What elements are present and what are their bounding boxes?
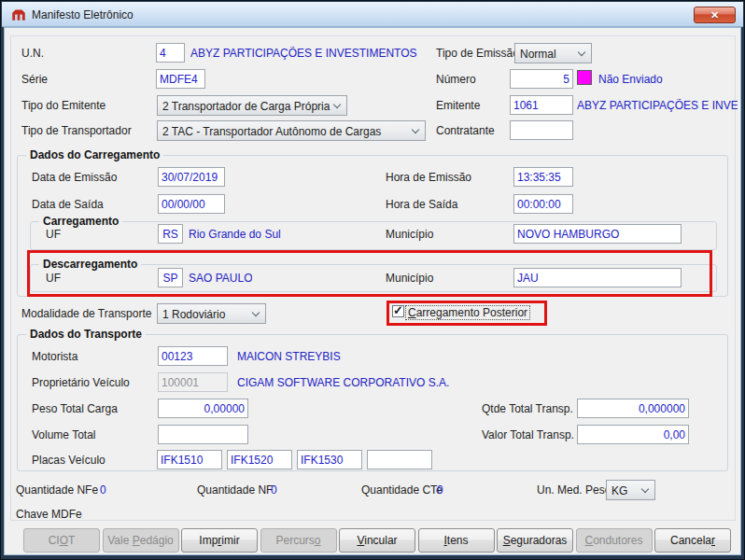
un-input[interactable] xyxy=(156,43,185,63)
hora-emissao-label: Hora de Emissão xyxy=(386,171,471,184)
peso-total-carga-label: Peso Total Carga xyxy=(32,402,118,415)
carregamento-uf-label: UF xyxy=(46,228,61,241)
descarregamento-uf-label: UF xyxy=(46,272,61,285)
chevron-down-icon xyxy=(333,101,341,108)
proprietario-veiculo-label: Proprietário Veículo xyxy=(32,376,130,389)
data-saida-label: Data de Saída xyxy=(32,198,104,211)
descarregamento-municipio-input[interactable] xyxy=(513,268,682,287)
carregamento-title: Carregamento xyxy=(39,215,122,228)
carregamento-municipio-input[interactable] xyxy=(513,224,682,244)
un-description: ABYZ PARTICIPAÇÕES E INVESTIMENTOS xyxy=(190,47,430,60)
placa-veiculo-input-2[interactable] xyxy=(227,450,292,469)
vale-pedagio-button[interactable]: Vale Pedágio xyxy=(103,528,179,553)
placa-veiculo-input-1[interactable] xyxy=(157,450,222,469)
contratante-input[interactable] xyxy=(510,120,573,140)
condutores-button[interactable]: Condutores xyxy=(576,528,653,553)
emitente-input[interactable] xyxy=(510,95,573,115)
valor-total-transp-input[interactable] xyxy=(577,425,689,444)
tipo-emissao-value: Normal xyxy=(520,48,556,61)
status-nao-enviado: Não Enviado xyxy=(598,73,663,86)
qtde-total-transp-input[interactable] xyxy=(577,399,689,418)
chave-mdfe-label: Chave MDFe xyxy=(16,508,82,521)
tipo-emitente-label: Tipo do Emitente xyxy=(21,99,105,112)
status-swatch xyxy=(577,70,592,85)
itens-button[interactable]: Itens xyxy=(418,528,495,553)
tipo-emissao-label: Tipo de Emissão xyxy=(436,47,519,60)
carregamento-posterior-label[interactable]: Carregamento Posterior xyxy=(406,306,529,319)
app-icon xyxy=(10,7,27,23)
numero-input[interactable] xyxy=(510,69,573,89)
contratante-label: Contratante xyxy=(436,124,495,137)
manifesto-eletronico-window: Manifesto Eletrônico ✕ U.N. ABYZ PARTICI… xyxy=(0,0,745,560)
tipo-transportador-value: 2 TAC - Transportador Autônomo de Cargas xyxy=(162,125,381,138)
tipo-emitente-select[interactable]: 2 Transportador de Carga Própria xyxy=(157,95,347,116)
quantidade-nfe-value: 0 xyxy=(100,483,106,497)
carregamento-municipio-label: Município xyxy=(386,228,433,241)
un-label: U.N. xyxy=(21,47,44,60)
hora-saida-input[interactable] xyxy=(513,194,573,214)
imprimir-button[interactable]: Imprimir xyxy=(181,528,258,553)
motorista-label: Motorista xyxy=(32,350,77,363)
peso-total-carga-input[interactable] xyxy=(158,399,248,418)
close-icon[interactable]: ✕ xyxy=(694,7,736,23)
button-row: CIOT Vale Pedágio Imprimir Percurso Vinc… xyxy=(23,528,731,553)
emitente-label: Emitente xyxy=(436,99,480,112)
data-saida-input[interactable] xyxy=(158,194,225,214)
chevron-down-icon xyxy=(252,309,260,316)
vincular-button[interactable]: Vincular xyxy=(339,528,415,553)
chevron-down-icon xyxy=(578,49,585,56)
un-med-peso-select[interactable]: KG xyxy=(606,480,655,500)
data-emissao-input[interactable] xyxy=(158,167,225,187)
descarregamento-uf-input[interactable] xyxy=(158,268,183,287)
placa-veiculo-input-4[interactable] xyxy=(367,450,432,469)
percurso-button[interactable]: Percurso xyxy=(260,528,337,553)
title-bar: Manifesto Eletrônico ✕ xyxy=(2,2,743,27)
cancelar-button[interactable]: Cancelar xyxy=(654,528,731,553)
proprietario-veiculo-description: CIGAM SOFTWARE CORPORATIVO S.A. xyxy=(237,376,449,389)
chevron-down-icon xyxy=(641,485,649,493)
window-title: Manifesto Eletrônico xyxy=(32,8,134,21)
descarregamento-municipio-label: Município xyxy=(386,272,433,285)
un-med-peso-value: KG xyxy=(611,484,627,497)
seguradoras-button[interactable]: Seguradoras xyxy=(497,528,573,553)
volume-total-label: Volume Total xyxy=(32,428,96,441)
qtde-total-transp-label: Qtde Total Transp. xyxy=(482,402,573,415)
check-icon: ✓ xyxy=(393,303,403,317)
quantidade-nf-value: 0 xyxy=(271,483,277,497)
descarregamento-title: Descarregamento xyxy=(39,258,141,271)
motorista-description: MAICON STREYBIS xyxy=(237,350,341,363)
carregamento-uf-input[interactable] xyxy=(158,224,183,244)
proprietario-veiculo-input xyxy=(158,372,228,392)
quantidade-cte-label: Quantidade CTe xyxy=(361,483,443,497)
valor-total-transp-label: Valor Total Transp. xyxy=(482,428,574,441)
chevron-down-icon xyxy=(412,126,419,133)
placas-veiculo-label: Placas Veículo xyxy=(32,454,105,467)
tipo-transportador-select[interactable]: 2 TAC - Transportador Autônomo de Cargas xyxy=(157,120,426,141)
numero-label: Número xyxy=(436,73,476,86)
carregamento-uf-description: Rio Grande do Sul xyxy=(189,228,281,241)
modalidade-label: Modalidade de Transporte xyxy=(21,307,151,320)
descarregamento-uf-description: SAO PAULO xyxy=(189,272,252,285)
hora-emissao-input[interactable] xyxy=(513,167,573,187)
un-med-peso-label: Un. Med. Peso xyxy=(537,483,611,497)
serie-input[interactable] xyxy=(156,69,205,89)
quantidade-nfe-label: Quantidade NFe xyxy=(16,483,98,497)
dados-carregamento-title: Dados do Carregamento xyxy=(26,148,163,161)
tipo-emitente-value: 2 Transportador de Carga Própria xyxy=(162,100,330,113)
modalidade-value: 1 Rodoviário xyxy=(162,308,225,321)
carregamento-posterior-checkbox[interactable]: ✓ xyxy=(392,305,404,317)
quantidade-nf-label: Quantidade NF xyxy=(197,483,273,497)
volume-total-input[interactable] xyxy=(158,425,248,444)
hora-saida-label: Hora de Saída xyxy=(386,198,457,211)
ciot-button[interactable]: CIOT xyxy=(23,528,100,553)
quantidade-cte-value: 0 xyxy=(437,483,443,497)
modalidade-select[interactable]: 1 Rodoviário xyxy=(157,303,266,324)
dados-transporte-title: Dados do Transporte xyxy=(26,328,146,341)
data-emissao-label: Data de Emissão xyxy=(32,171,117,184)
tipo-emissao-select[interactable]: Normal xyxy=(514,43,592,63)
motorista-input[interactable] xyxy=(158,346,228,366)
placa-veiculo-input-3[interactable] xyxy=(297,450,362,469)
emitente-description: ABYZ PARTICIPAÇÕES E INVESTIMENTOS xyxy=(577,99,738,112)
tipo-transportador-label: Tipo de Transportador xyxy=(21,124,132,137)
serie-label: Série xyxy=(21,73,48,86)
